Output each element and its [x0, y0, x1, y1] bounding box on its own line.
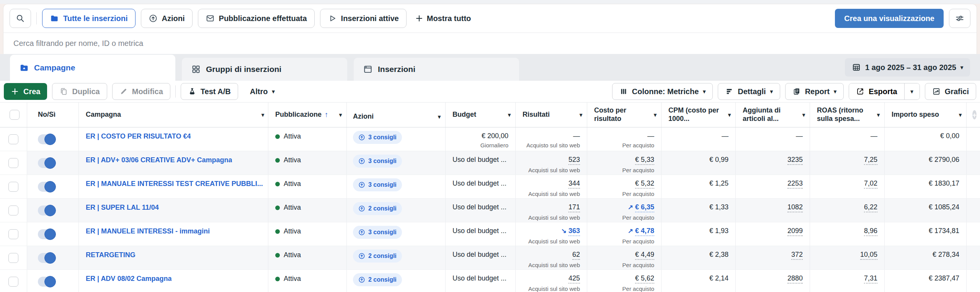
metric-sublabel: Per acquisto — [622, 215, 654, 221]
spent-cell: € 0,00 — [884, 127, 966, 151]
campaign-name-link[interactable]: ER | MANUELE INTERESSI - immagini — [86, 227, 210, 235]
metric-value: 7,25 — [864, 156, 877, 165]
search-icon — [16, 14, 25, 23]
flask-icon — [188, 87, 196, 96]
recommendations-pill[interactable]: 2 consigli — [353, 273, 402, 286]
recommendations-pill[interactable]: 3 consigli — [353, 155, 402, 168]
arrow-up-circle-icon — [358, 276, 365, 283]
roas-cell: 7,25 — [810, 151, 884, 175]
row-checkbox[interactable] — [8, 277, 18, 287]
chevron-down-icon[interactable]: ▾ — [802, 112, 805, 117]
recommendations-pill[interactable]: 2 consigli — [353, 202, 402, 215]
chevron-down-icon[interactable]: ▾ — [654, 112, 657, 117]
create-button[interactable]: Crea — [4, 83, 47, 100]
chevron-down-icon[interactable]: ▾ — [508, 112, 511, 117]
details-button[interactable]: Dettagli ▾ — [718, 83, 780, 100]
add-to-cart-cell: 2099 — [735, 222, 810, 246]
metric-value: € 1085,24 — [929, 203, 959, 211]
row-checkbox[interactable] — [8, 182, 18, 192]
recommendations-label: 2 consigli — [368, 205, 397, 212]
toggle-knob — [44, 134, 56, 145]
campaign-name-link[interactable]: RETARGETING — [86, 251, 136, 259]
roas-cell: 7,31 — [810, 270, 884, 292]
recommendations-label: 2 consigli — [368, 253, 397, 259]
search-input[interactable] — [3, 33, 977, 54]
recommendations-pill[interactable]: 3 consigli — [353, 131, 402, 144]
export-button[interactable]: Esporta — [849, 83, 904, 100]
metric-value: 10,05 — [860, 251, 877, 260]
chevron-down-icon: ▾ — [272, 89, 274, 94]
metric-value: 171 — [568, 203, 580, 212]
row-checkbox[interactable] — [8, 134, 18, 144]
campaign-name-link[interactable]: ER | SUPER LAL 11/04 — [86, 204, 159, 212]
results-cell: ↘363Acquisti sul sito web — [515, 222, 587, 246]
recommendations-pill[interactable]: 3 consigli — [353, 178, 402, 191]
row-checkbox[interactable] — [8, 206, 18, 215]
campaign-toggle[interactable] — [38, 206, 56, 215]
sort-asc-icon[interactable]: ↑ — [325, 111, 328, 119]
chevron-down-icon: ▾ — [911, 89, 913, 94]
add-column-button[interactable]: + — [972, 110, 977, 119]
filters-settings-button[interactable] — [949, 9, 970, 28]
chevron-down-icon[interactable]: ▾ — [877, 112, 880, 117]
charts-button[interactable]: Grafici — [925, 83, 976, 100]
edit-button[interactable]: Modifica — [112, 83, 170, 100]
chevron-down-icon[interactable]: ▾ — [959, 112, 962, 117]
row-checkbox[interactable] — [8, 253, 18, 263]
column-header-budget: Budget — [452, 111, 505, 119]
export-options-button[interactable]: ▾ — [904, 83, 920, 100]
filter-pubblicazione-effettuata[interactable]: Pubblicazione effettuata — [198, 9, 315, 28]
duplicate-button[interactable]: Duplica — [52, 83, 107, 100]
chevron-down-icon[interactable]: ▾ — [728, 112, 731, 117]
filter-tutte-le-inserzioni[interactable]: Tutte le inserzioni — [42, 9, 136, 28]
campaign-toggle[interactable] — [38, 134, 56, 144]
chevron-down-icon[interactable]: ▾ — [438, 114, 441, 119]
recommendations-pill[interactable]: 2 consigli — [353, 250, 402, 263]
toggle-knob — [44, 205, 56, 216]
campaign-toggle[interactable] — [38, 253, 56, 263]
campaign-name-link[interactable]: ER | ADV 08/02 Campagna — [86, 275, 172, 283]
row-checkbox[interactable] — [8, 158, 18, 168]
campaign-toggle[interactable] — [38, 277, 56, 287]
tab-inserzioni[interactable]: Inserzioni — [354, 58, 519, 81]
campaign-toggle[interactable] — [38, 182, 56, 192]
recommendations-pill[interactable]: 3 consigli — [353, 226, 402, 239]
select-all-checkbox[interactable] — [10, 110, 20, 120]
divider — [175, 85, 176, 98]
chevron-down-icon[interactable]: ▾ — [339, 112, 342, 117]
create-view-button[interactable]: Crea una visualizzazione — [835, 9, 944, 28]
details-icon — [725, 87, 733, 96]
metric-value: € 2,38 — [709, 251, 728, 259]
ab-test-button[interactable]: Test A/B — [181, 83, 238, 100]
tab-label: Inserzioni — [378, 65, 415, 74]
show-all-label: Mostra tutto — [427, 14, 471, 23]
edit-label: Modifica — [132, 87, 163, 96]
budget-cell: Uso del budget ... — [445, 175, 515, 198]
tab-campagne[interactable]: Campagne — [10, 55, 175, 81]
tab-gruppi-di-inserzioni[interactable]: Gruppi di inserzioni — [182, 58, 347, 81]
filter-inserzioni-attive[interactable]: Inserzioni attive — [320, 9, 407, 28]
campaign-name-link[interactable]: ER | ADV+ 03/06 CREATIVE ADV+ Campagna — [86, 156, 232, 164]
toggle-knob — [44, 181, 56, 192]
campaign-toggle[interactable] — [38, 229, 56, 239]
campaign-name-link[interactable]: ER | COSTO PER RISULTATO €4 — [86, 132, 191, 140]
show-all-button[interactable]: Mostra tutto — [412, 14, 474, 23]
metric-value: 2253 — [787, 179, 803, 189]
column-header-roas: ROAS (ritorno sulla spesa... — [817, 106, 874, 123]
arrow-up-circle-icon — [149, 14, 158, 23]
report-label: Report — [805, 87, 830, 96]
arrow-up-circle-icon — [358, 134, 365, 141]
filter-azioni[interactable]: Azioni — [141, 9, 193, 28]
results-cell: 62Acquisti sul sito web — [515, 246, 587, 269]
report-button[interactable]: Report ▾ — [785, 83, 844, 100]
row-checkbox[interactable] — [8, 229, 18, 239]
date-range-selector[interactable]: 1 ago 2025 – 31 ago 2025 ▾ — [845, 58, 970, 77]
campaign-toggle[interactable] — [38, 158, 56, 168]
chevron-down-icon[interactable]: ▾ — [261, 112, 264, 117]
columns-button[interactable]: Colonne: Metriche ▾ — [612, 83, 713, 100]
chevron-down-icon[interactable]: ▾ — [580, 112, 582, 117]
search-filter-button[interactable] — [10, 9, 31, 28]
campaign-name-link[interactable]: ER | MANUALE INTERESSI TEST CREATIVE PUB… — [86, 180, 263, 188]
metric-value: Uso del budget ... — [452, 227, 506, 235]
more-button[interactable]: Altro ▾ — [243, 83, 282, 100]
